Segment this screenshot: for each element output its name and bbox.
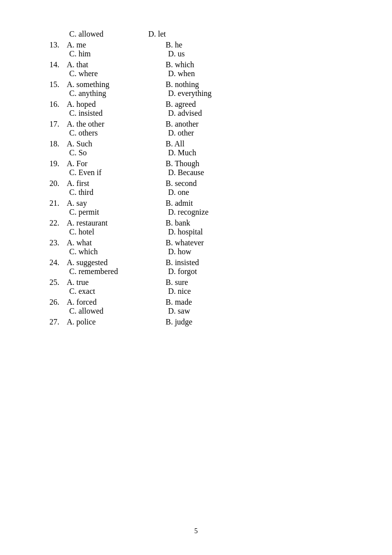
q24-d: D. forgot xyxy=(168,267,267,276)
q20-d: D. one xyxy=(168,188,267,197)
q14-b: B. which xyxy=(166,60,264,69)
question-27: 27. A. police B. judge xyxy=(49,318,352,326)
question-16-row1: 16. A. hoped B. agreed xyxy=(49,100,352,109)
q21-number: 21. xyxy=(49,199,67,208)
question-25: 25. A. true B. sure C. exact D. nice xyxy=(49,278,352,296)
question-25-row2: C. exact D. nice xyxy=(49,287,352,296)
question-15-row2: C. anything D. everything xyxy=(49,89,352,98)
question-14-row2: C. where D. when xyxy=(49,69,352,78)
question-23-row2: C. which D. how xyxy=(49,247,352,256)
q17-b: B. another xyxy=(166,120,264,129)
question-22-row1: 22. A. restaurant B. bank xyxy=(49,219,352,228)
question-15-row1: 15. A. something B. nothing xyxy=(49,80,352,89)
q14-c: C. where xyxy=(69,69,168,78)
q14-a: A. that xyxy=(67,60,166,69)
q19-b: B. Though xyxy=(166,159,264,168)
q22-c: C. hotel xyxy=(69,228,168,236)
question-26: 26. A. forced B. made C. allowed D. saw xyxy=(49,298,352,316)
question-21-row2: C. permit D. recognize xyxy=(49,208,352,217)
q17-number: 17. xyxy=(49,120,67,129)
question-22: 22. A. restaurant B. bank C. hotel D. ho… xyxy=(49,219,352,236)
q26-c: C. allowed xyxy=(69,307,168,316)
q26-a: A. forced xyxy=(67,298,166,307)
question-19: 19. A. For B. Though C. Even if D. Becau… xyxy=(49,159,352,177)
q15-d: D. everything xyxy=(168,89,267,98)
question-22-row2: C. hotel D. hospital xyxy=(49,228,352,236)
question-17: 17. A. the other B. another C. others D.… xyxy=(49,120,352,138)
q27-number: 27. xyxy=(49,318,67,326)
q24-b: B. insisted xyxy=(166,258,264,267)
question-17-row1: 17. A. the other B. another xyxy=(49,120,352,129)
option-d: D. let xyxy=(148,30,247,39)
q25-a: A. true xyxy=(67,278,166,287)
page-number: 5 xyxy=(194,527,198,535)
q22-a: A. restaurant xyxy=(67,219,166,228)
q16-b: B. agreed xyxy=(166,100,264,109)
page: C. allowed D. let 13. A. me B. he C. him… xyxy=(0,0,392,555)
q21-a: A. say xyxy=(67,199,166,208)
question-25-row1: 25. A. true B. sure xyxy=(49,278,352,287)
q19-number: 19. xyxy=(49,159,67,168)
q21-b: B. admit xyxy=(166,199,264,208)
question-18: 18. A. Such B. All C. So D. Much xyxy=(49,139,352,157)
q21-d: D. recognize xyxy=(168,208,267,217)
q25-c: C. exact xyxy=(69,287,168,296)
question-24: 24. A. suggested B. insisted C. remember… xyxy=(49,258,352,276)
q25-number: 25. xyxy=(49,278,67,287)
option-c: C. allowed xyxy=(49,30,148,39)
q13-a: A. me xyxy=(67,41,166,49)
q19-a: A. For xyxy=(67,159,166,168)
question-15: 15. A. something B. nothing C. anything … xyxy=(49,80,352,98)
q18-number: 18. xyxy=(49,139,67,148)
question-23-row1: 23. A. what B. whatever xyxy=(49,238,352,247)
question-19-row2: C. Even if D. Because xyxy=(49,168,352,177)
q22-number: 22. xyxy=(49,219,67,228)
question-23: 23. A. what B. whatever C. which D. how xyxy=(49,238,352,256)
q25-b: B. sure xyxy=(166,278,264,287)
question-13: 13. A. me B. he C. him D. us xyxy=(49,41,352,58)
q25-d: D. nice xyxy=(168,287,267,296)
q26-b: B. made xyxy=(166,298,264,307)
q24-number: 24. xyxy=(49,258,67,267)
q17-a: A. the other xyxy=(67,120,166,129)
q17-d: D. other xyxy=(168,129,267,138)
q19-c: C. Even if xyxy=(69,168,168,177)
question-13-row1: 13. A. me B. he xyxy=(49,41,352,49)
question-20-row2: C. third D. one xyxy=(49,188,352,197)
question-18-row1: 18. A. Such B. All xyxy=(49,139,352,148)
question-14-row1: 14. A. that B. which xyxy=(49,60,352,69)
q26-d: D. saw xyxy=(168,307,267,316)
question-continuation: C. allowed D. let xyxy=(49,30,352,39)
q20-c: C. third xyxy=(69,188,168,197)
q13-d: D. us xyxy=(168,49,267,58)
question-21-row1: 21. A. say B. admit xyxy=(49,199,352,208)
q27-b: B. judge xyxy=(166,318,264,326)
q15-c: C. anything xyxy=(69,89,168,98)
q13-number: 13. xyxy=(49,41,67,49)
q22-b: B. bank xyxy=(166,219,264,228)
q13-c: C. him xyxy=(69,49,168,58)
question-24-row1: 24. A. suggested B. insisted xyxy=(49,258,352,267)
q18-c: C. So xyxy=(69,148,168,157)
question-21: 21. A. say B. admit C. permit D. recogni… xyxy=(49,199,352,217)
q27-a: A. police xyxy=(67,318,166,326)
q16-a: A. hoped xyxy=(67,100,166,109)
q16-number: 16. xyxy=(49,100,67,109)
q23-c: C. which xyxy=(69,247,168,256)
q20-number: 20. xyxy=(49,179,67,188)
question-20: 20. A. first B. second C. third D. one xyxy=(49,179,352,197)
question-17-row2: C. others D. other xyxy=(49,129,352,138)
q13-b: B. he xyxy=(166,41,264,49)
question-13-row2: C. him D. us xyxy=(49,49,352,58)
question-18-row2: C. So D. Much xyxy=(49,148,352,157)
q23-d: D. how xyxy=(168,247,267,256)
q15-b: B. nothing xyxy=(166,80,264,89)
q14-d: D. when xyxy=(168,69,267,78)
question-26-row1: 26. A. forced B. made xyxy=(49,298,352,307)
q18-b: B. All xyxy=(166,139,264,148)
question-27-row1: 27. A. police B. judge xyxy=(49,318,352,326)
question-14: 14. A. that B. which C. where D. when xyxy=(49,60,352,78)
q14-number: 14. xyxy=(49,60,67,69)
q26-number: 26. xyxy=(49,298,67,307)
q15-number: 15. xyxy=(49,80,67,89)
